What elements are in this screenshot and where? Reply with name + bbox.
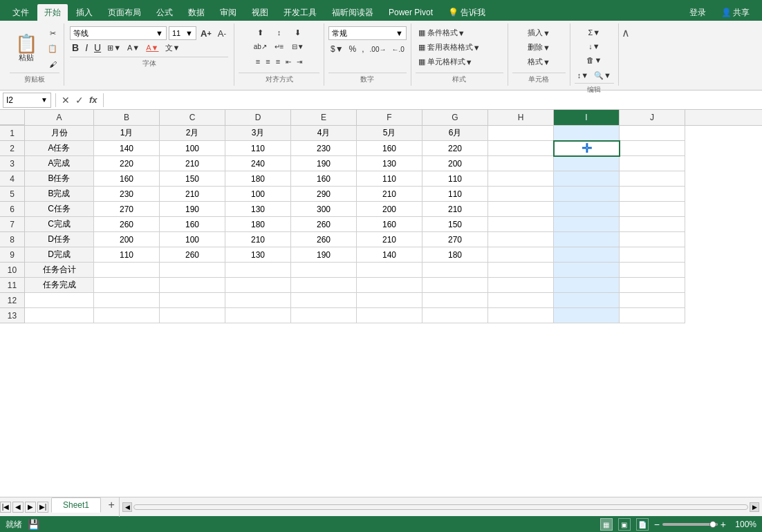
cell-I11[interactable] — [554, 278, 620, 293]
cell-B4[interactable]: 160 — [94, 171, 160, 187]
cell-G4[interactable]: 110 — [422, 171, 488, 187]
cell-E11[interactable] — [291, 278, 357, 293]
cell-F12[interactable] — [357, 293, 422, 308]
zoom-slider[interactable] — [662, 523, 718, 526]
cell-J8[interactable] — [620, 232, 685, 247]
fill-color-button[interactable]: A▼ — [125, 41, 142, 54]
cell-C12[interactable] — [160, 293, 225, 308]
cell-D11[interactable] — [225, 278, 291, 293]
zoom-decrease-button[interactable]: − — [654, 519, 660, 530]
cell-F4[interactable]: 110 — [357, 171, 422, 187]
ribbon-collapse[interactable]: ∧ — [619, 23, 633, 86]
cell-J3[interactable] — [620, 156, 685, 171]
cell-C2[interactable]: 100 — [160, 141, 225, 156]
tab-nav-prev[interactable]: ◀ — [12, 502, 24, 513]
col-header-D[interactable]: D — [225, 110, 291, 125]
paste-button[interactable]: 📋 粘贴 — [10, 26, 43, 71]
cell-F11[interactable] — [357, 278, 422, 293]
menu-review[interactable]: 审阅 — [213, 4, 243, 21]
sheet-tab-sheet1[interactable]: Sheet1 — [51, 497, 101, 513]
cell-I5[interactable] — [554, 187, 620, 202]
zoom-control[interactable]: − + — [654, 519, 726, 530]
cell-G7[interactable]: 150 — [422, 217, 488, 232]
cell-E3[interactable]: 190 — [291, 156, 357, 171]
row-header-11[interactable]: 11 — [0, 278, 25, 293]
cell-I4[interactable] — [554, 171, 620, 187]
cell-G1[interactable]: 6月 — [422, 126, 488, 141]
col-header-F[interactable]: F — [357, 110, 422, 125]
cell-F3[interactable]: 130 — [357, 156, 422, 171]
bold-button[interactable]: B — [70, 41, 81, 54]
cell-F2[interactable]: 160 — [357, 141, 422, 156]
cell-F10[interactable] — [357, 263, 422, 278]
cell-J11[interactable] — [620, 278, 685, 293]
col-header-C[interactable]: C — [160, 110, 225, 125]
menu-formula[interactable]: 公式 — [149, 4, 180, 21]
row-header-6[interactable]: 6 — [0, 202, 25, 217]
cell-E9[interactable]: 190 — [291, 247, 357, 263]
conditional-format-button[interactable]: ▦ 条件格式▼ — [416, 26, 503, 39]
cell-A6[interactable]: C任务 — [25, 202, 94, 217]
cell-G8[interactable]: 270 — [422, 232, 488, 247]
cell-F5[interactable]: 210 — [357, 187, 422, 202]
cell-G10[interactable] — [422, 263, 488, 278]
row-header-3[interactable]: 3 — [0, 156, 25, 171]
cell-J1[interactable] — [620, 126, 685, 141]
menu-layout[interactable]: 页面布局 — [101, 4, 148, 21]
font-size-select[interactable]: 11 ▼ — [169, 26, 196, 40]
cell-D1[interactable]: 3月 — [225, 126, 291, 141]
row-header-5[interactable]: 5 — [0, 187, 25, 202]
border-button[interactable]: ⊞▼ — [105, 41, 123, 54]
cell-F8[interactable]: 210 — [357, 232, 422, 247]
cell-J7[interactable] — [620, 217, 685, 232]
cell-E10[interactable] — [291, 263, 357, 278]
cell-F6[interactable]: 200 — [357, 202, 422, 217]
align-right-button[interactable]: ≡ — [274, 55, 282, 68]
currency-button[interactable]: $▼ — [328, 43, 346, 55]
cell-H7[interactable] — [488, 217, 554, 232]
copy-button[interactable]: 📋 — [46, 43, 59, 55]
menu-powerpivot[interactable]: Power Pivot — [382, 4, 440, 21]
cell-I2[interactable]: ✛ — [554, 141, 620, 156]
comma-button[interactable]: , — [360, 43, 366, 55]
insert-function-button[interactable]: fx — [88, 95, 99, 105]
cell-H6[interactable] — [488, 202, 554, 217]
view-normal-button[interactable]: ▦ — [600, 518, 613, 531]
cell-C13[interactable] — [160, 308, 225, 323]
cell-E8[interactable]: 260 — [291, 232, 357, 247]
menu-file[interactable]: 文件 — [6, 4, 36, 21]
cell-J13[interactable] — [620, 308, 685, 323]
cell-B3[interactable]: 220 — [94, 156, 160, 171]
cell-B1[interactable]: 1月 — [94, 126, 160, 141]
format-painter-button[interactable]: 🖌 — [46, 58, 59, 70]
cell-A11[interactable]: 任务完成 — [25, 278, 94, 293]
tab-nav-last[interactable]: ▶| — [37, 502, 48, 513]
cell-A4[interactable]: B任务 — [25, 171, 94, 187]
row-header-10[interactable]: 10 — [0, 263, 25, 278]
cell-C3[interactable]: 210 — [160, 156, 225, 171]
cell-B9[interactable]: 110 — [94, 247, 160, 263]
cell-H2[interactable] — [488, 141, 554, 156]
horizontal-scrollbar[interactable]: ◀ ▶ — [119, 497, 762, 517]
cell-D6[interactable]: 130 — [225, 202, 291, 217]
menu-home[interactable]: 开始 — [37, 4, 68, 21]
cell-H10[interactable] — [488, 263, 554, 278]
cell-G12[interactable] — [422, 293, 488, 308]
cell-J2[interactable] — [620, 141, 685, 156]
cell-H8[interactable] — [488, 232, 554, 247]
find-button[interactable]: 🔍▼ — [592, 69, 613, 82]
cell-A8[interactable]: D任务 — [25, 232, 94, 247]
h-scroll-left[interactable]: ◀ — [122, 502, 132, 512]
row-header-8[interactable]: 8 — [0, 232, 25, 247]
sort-button[interactable]: ↕▼ — [575, 69, 591, 82]
cell-A10[interactable]: 任务合计 — [25, 263, 94, 278]
cell-B13[interactable] — [94, 308, 160, 323]
cell-G3[interactable]: 200 — [422, 156, 488, 171]
font-shrink-button[interactable]: A- — [216, 27, 228, 39]
cell-J5[interactable] — [620, 187, 685, 202]
cell-I6[interactable] — [554, 202, 620, 217]
col-header-B[interactable]: B — [94, 110, 160, 125]
cell-C11[interactable] — [160, 278, 225, 293]
cell-B7[interactable]: 260 — [94, 217, 160, 232]
cell-E12[interactable] — [291, 293, 357, 308]
